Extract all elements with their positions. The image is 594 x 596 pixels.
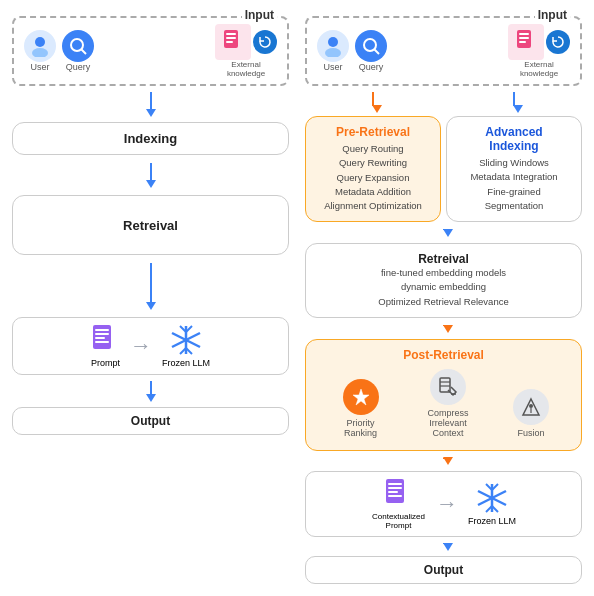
right-llm-group: Frozen LLM	[468, 482, 516, 526]
left-input-box: Input User Query	[12, 16, 289, 86]
svg-line-23	[375, 50, 380, 55]
right-prompt-icon	[384, 478, 412, 510]
left-prompt-icon	[91, 324, 119, 356]
svg-point-1	[32, 48, 48, 57]
right-bottom-row: Contextualized Prompt → Frozen LLM	[305, 471, 582, 537]
left-user-label: User	[30, 62, 49, 72]
svg-rect-5	[226, 33, 236, 35]
right-ext-group: External knowledge	[508, 24, 570, 78]
right-user-label: User	[323, 62, 342, 72]
advanced-indexing-content: Sliding Windows Metadata Integration Fin…	[459, 156, 569, 213]
right-diagram: Input User Query	[301, 8, 586, 588]
left-diagram: Input User Query	[8, 8, 293, 588]
right-query-icon	[355, 30, 387, 62]
left-arrow-3	[150, 263, 152, 303]
right-prompt-label: Contextualized Prompt	[371, 512, 426, 530]
left-arrow-right: →	[130, 333, 152, 359]
left-frozen-llm-label: Frozen LLM	[162, 358, 210, 368]
svg-rect-7	[226, 41, 233, 43]
compress-context-group: Compress Irrelevant Context	[423, 369, 473, 438]
post-retrieval-title: Post-Retrieval	[318, 348, 569, 362]
right-orange-arrow-3	[443, 458, 445, 459]
right-retrieval-box: Retreival fine-tuned embedding models dy…	[305, 243, 582, 318]
right-output-label: Output	[424, 563, 463, 577]
svg-rect-25	[519, 33, 529, 35]
right-frozen-llm-icon	[474, 482, 510, 514]
right-user-group: User	[317, 30, 349, 72]
right-orange-arrow-2	[443, 325, 445, 326]
left-output-label: Output	[131, 414, 170, 428]
svg-point-21	[325, 48, 341, 57]
pre-retrieval-title: Pre-Retrieval	[318, 125, 428, 139]
svg-line-3	[82, 50, 87, 55]
left-frozen-llm-icon	[168, 324, 204, 356]
svg-rect-26	[519, 37, 529, 39]
svg-point-2	[71, 39, 83, 51]
left-indexing-box: Indexing	[12, 122, 289, 155]
right-doc-icon	[508, 24, 544, 60]
right-input-label: Input	[535, 8, 570, 22]
left-refresh-icon	[253, 30, 277, 54]
priority-ranking-icon	[343, 379, 379, 415]
left-prompt-label: Prompt	[91, 358, 120, 368]
left-llm-group: Frozen LLM	[162, 324, 210, 368]
svg-rect-38	[388, 491, 398, 493]
left-ext-label: External knowledge	[216, 60, 276, 78]
right-ext-label: External knowledge	[509, 60, 569, 78]
left-bottom-row: Prompt → Frozen LLM	[12, 317, 289, 375]
right-query-group: Query	[355, 30, 387, 72]
svg-point-33	[529, 404, 533, 408]
left-retrieval-box: Retreival	[12, 195, 289, 255]
right-input-icons: User Query	[317, 30, 387, 72]
right-query-label: Query	[359, 62, 384, 72]
svg-rect-6	[226, 37, 236, 39]
svg-rect-39	[388, 495, 402, 497]
right-retrieval-content: fine-tuned embedding models dynamic embe…	[318, 266, 569, 309]
left-output-box: Output	[12, 407, 289, 435]
right-refresh-icon	[546, 30, 570, 54]
left-input-label: Input	[242, 8, 277, 22]
left-arrow-2	[150, 163, 152, 181]
svg-rect-9	[95, 329, 109, 331]
svg-point-20	[328, 37, 338, 47]
fusion-icon	[513, 389, 549, 425]
svg-rect-12	[95, 341, 109, 343]
left-indexing-label: Indexing	[25, 131, 276, 146]
right-blue-arrow-1	[513, 92, 515, 106]
right-arrow-right: →	[436, 491, 458, 517]
right-arrow-2	[443, 229, 445, 230]
right-two-arrows	[305, 92, 582, 106]
right-retrieval-title: Retreival	[318, 252, 569, 266]
post-retrieval-box: Post-Retrieval Priority Ranking Compress…	[305, 339, 582, 451]
svg-rect-27	[519, 41, 526, 43]
left-user-icon	[24, 30, 56, 62]
right-prompt-group: Contextualized Prompt	[371, 478, 426, 530]
right-user-icon	[317, 30, 349, 62]
right-input-box: Input User Query	[305, 16, 582, 86]
right-output-box: Output	[305, 556, 582, 584]
left-prompt-group: Prompt	[91, 324, 120, 368]
fusion-group: Fusion	[513, 389, 549, 438]
priority-ranking-group: Priority Ranking	[338, 379, 383, 438]
right-arrow-4	[443, 543, 445, 544]
fusion-label: Fusion	[517, 428, 544, 438]
left-doc-icon	[215, 24, 251, 60]
compress-context-label: Compress Irrelevant Context	[423, 408, 473, 438]
left-query-icon	[62, 30, 94, 62]
right-frozen-llm-label: Frozen LLM	[468, 516, 516, 526]
right-orange-arrow-1	[372, 92, 374, 106]
advanced-indexing-box: Advanced Indexing Sliding Windows Metada…	[446, 116, 582, 222]
svg-point-0	[35, 37, 45, 47]
svg-rect-10	[95, 333, 109, 335]
svg-rect-11	[95, 337, 105, 339]
left-input-icons: User Query	[24, 30, 94, 72]
left-arrow-1	[150, 92, 152, 110]
left-ext-group: External knowledge	[215, 24, 277, 78]
svg-point-22	[364, 39, 376, 51]
pre-retrieval-box: Pre-Retrieval Query Routing Query Rewrit…	[305, 116, 441, 222]
left-retrieval-label: Retreival	[123, 218, 178, 233]
post-retrieval-icons: Priority Ranking Compress Irrelevant Con…	[318, 365, 569, 442]
left-arrow-4	[150, 381, 152, 395]
priority-ranking-label: Priority Ranking	[338, 418, 383, 438]
compress-context-icon	[430, 369, 466, 405]
